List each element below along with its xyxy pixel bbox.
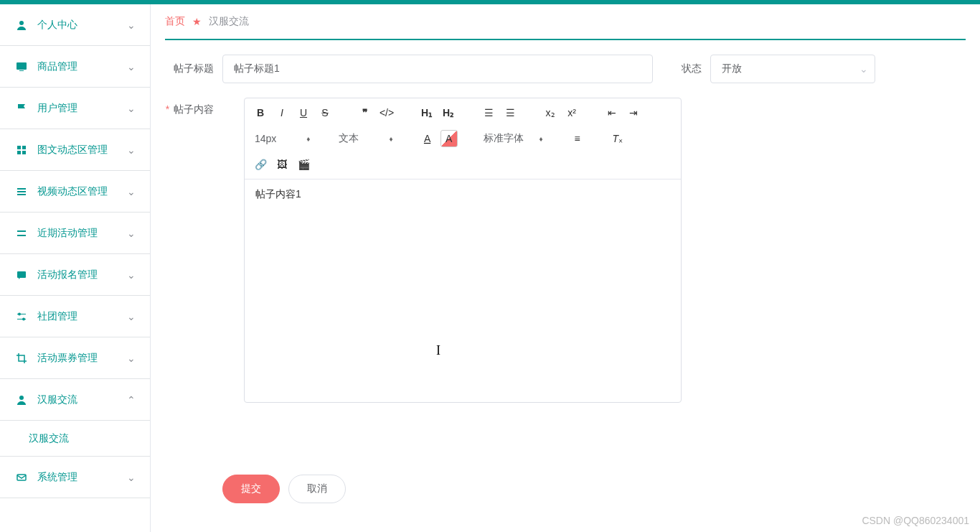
sidebar-item-activity[interactable]: 近期活动管理 ⌄ <box>0 213 150 254</box>
chevron-down-icon: ⌄ <box>127 144 136 156</box>
svg-rect-8 <box>17 191 26 192</box>
editor-toolbar: B I U S ❞ </> H₁ H₂ <box>245 98 681 179</box>
svg-point-0 <box>19 21 24 25</box>
mail-icon <box>14 472 29 483</box>
quote-button[interactable]: ❞ <box>357 104 374 121</box>
bold-button[interactable]: B <box>252 104 269 121</box>
breadcrumb-current: 汉服交流 <box>209 15 249 28</box>
h2-button[interactable]: H₂ <box>440 104 457 121</box>
svg-rect-9 <box>17 194 26 195</box>
chevron-down-icon: ⌄ <box>127 311 136 322</box>
sidebar-item-image-feed[interactable]: 图文动态区管理 ⌄ <box>0 129 150 171</box>
sidebar-item-label: 社团管理 <box>37 310 127 323</box>
status-select[interactable] <box>710 55 875 83</box>
svg-point-16 <box>22 317 25 320</box>
sidebar-subitem-label: 汉服交流 <box>29 432 69 445</box>
align-button[interactable]: ≡ <box>569 130 586 147</box>
svg-rect-7 <box>17 188 26 190</box>
subscript-button[interactable]: x₂ <box>542 104 559 121</box>
font-family-select[interactable]: 标准字体 ♦ <box>481 131 546 146</box>
crop-icon <box>14 353 29 364</box>
svg-point-17 <box>19 396 24 400</box>
chevron-up-icon: ⌃ <box>127 394 136 406</box>
star-icon: ★ <box>192 16 202 27</box>
sidebar-item-label: 图文动态区管理 <box>37 144 127 157</box>
superscript-button[interactable]: x² <box>563 104 580 121</box>
sidebar-item-system[interactable]: 系统管理 ⌄ <box>0 457 150 498</box>
sidebar-item-club[interactable]: 社团管理 ⌄ <box>0 296 150 337</box>
svg-rect-18 <box>17 475 26 480</box>
video-button[interactable]: 🎬 <box>295 156 312 173</box>
ordered-list-button[interactable]: ☰ <box>480 104 497 121</box>
sidebar-subitem-hanfu[interactable]: 汉服交流 <box>0 421 150 457</box>
main-content: 首页 ★ 汉服交流 帖子标题 状态 ⌄ 帖子内容 B <box>151 4 980 532</box>
underline-button[interactable]: U <box>295 104 312 121</box>
sidebar-item-label: 用户管理 <box>37 102 127 115</box>
sidebar-item-user[interactable]: 用户管理 ⌄ <box>0 88 150 129</box>
select-arrow-icon: ♦ <box>540 135 543 143</box>
flag-icon <box>14 103 29 114</box>
svg-rect-12 <box>17 271 26 278</box>
sidebar-item-label: 活动报名管理 <box>37 269 127 281</box>
sidebar-item-signup[interactable]: 活动报名管理 ⌄ <box>0 254 150 296</box>
grid-icon <box>14 144 29 156</box>
svg-rect-11 <box>17 235 26 236</box>
svg-rect-10 <box>17 230 26 232</box>
svg-rect-2 <box>19 70 24 71</box>
text-color-button[interactable]: A <box>419 130 436 147</box>
sidebar-item-personal[interactable]: 个人中心 ⌄ <box>0 4 150 46</box>
list-icon <box>14 186 29 197</box>
chat-icon <box>14 269 29 281</box>
title-input[interactable] <box>222 55 653 83</box>
user-icon <box>14 19 29 31</box>
svg-rect-1 <box>17 62 27 70</box>
image-button[interactable]: 🖼 <box>273 156 291 173</box>
breadcrumb-home[interactable]: 首页 <box>165 15 185 28</box>
sidebar-item-label: 近期活动管理 <box>37 227 127 240</box>
chevron-down-icon: ⌄ <box>127 228 136 239</box>
unordered-list-button[interactable]: ☰ <box>501 104 519 121</box>
chevron-down-icon: ⌄ <box>127 186 136 197</box>
strikethrough-button[interactable]: S <box>316 104 334 121</box>
status-label: 状态 <box>674 62 710 75</box>
select-arrow-icon: ♦ <box>389 135 392 143</box>
chevron-down-icon: ⌄ <box>127 61 136 73</box>
font-size-select[interactable]: 14px ♦ <box>252 131 313 146</box>
submit-button[interactable]: 提交 <box>222 475 280 503</box>
outdent-button[interactable]: ⇥ <box>625 104 642 121</box>
sidebar-item-ticket[interactable]: 活动票券管理 ⌄ <box>0 337 150 379</box>
chevron-down-icon: ⌄ <box>127 472 136 483</box>
content-label: 帖子内容 <box>165 98 222 116</box>
chevron-down-icon: ⌄ <box>127 353 136 364</box>
editor-content[interactable]: 帖子内容1 <box>245 179 681 402</box>
sidebar-item-label: 汉服交流 <box>37 393 127 406</box>
select-arrow-icon: ♦ <box>306 135 310 143</box>
bg-color-button[interactable]: A <box>440 130 458 147</box>
svg-rect-3 <box>17 146 21 149</box>
italic-button[interactable]: I <box>273 104 291 121</box>
user-icon <box>14 394 29 406</box>
monitor-icon <box>14 61 29 73</box>
indent-button[interactable]: ⇤ <box>603 104 621 121</box>
font-type-select[interactable]: 文本 ♦ <box>336 131 395 146</box>
link-button[interactable]: 🔗 <box>252 156 269 173</box>
chevron-down-icon: ⌄ <box>127 103 136 114</box>
sidebar-item-video-feed[interactable]: 视频动态区管理 ⌄ <box>0 171 150 213</box>
rich-text-editor: B I U S ❞ </> H₁ H₂ <box>244 98 682 403</box>
clear-format-button[interactable]: Tₓ <box>609 130 626 147</box>
h1-button[interactable]: H₁ <box>418 104 435 121</box>
svg-rect-6 <box>22 151 26 154</box>
sidebar-item-label: 个人中心 <box>37 19 127 32</box>
code-button[interactable]: </> <box>378 104 395 121</box>
breadcrumb: 首页 ★ 汉服交流 <box>165 4 966 40</box>
sidebar-item-label: 活动票券管理 <box>37 352 127 365</box>
chevron-down-icon: ⌄ <box>127 269 136 281</box>
menu-icon <box>14 228 29 239</box>
sidebar-item-label: 系统管理 <box>37 471 127 484</box>
svg-point-15 <box>18 312 21 315</box>
cancel-button[interactable]: 取消 <box>288 475 346 503</box>
svg-rect-4 <box>22 146 26 149</box>
sidebar-item-product[interactable]: 商品管理 ⌄ <box>0 46 150 88</box>
sidebar-item-label: 视频动态区管理 <box>37 185 127 198</box>
sidebar-item-hanfu[interactable]: 汉服交流 ⌃ <box>0 379 150 421</box>
